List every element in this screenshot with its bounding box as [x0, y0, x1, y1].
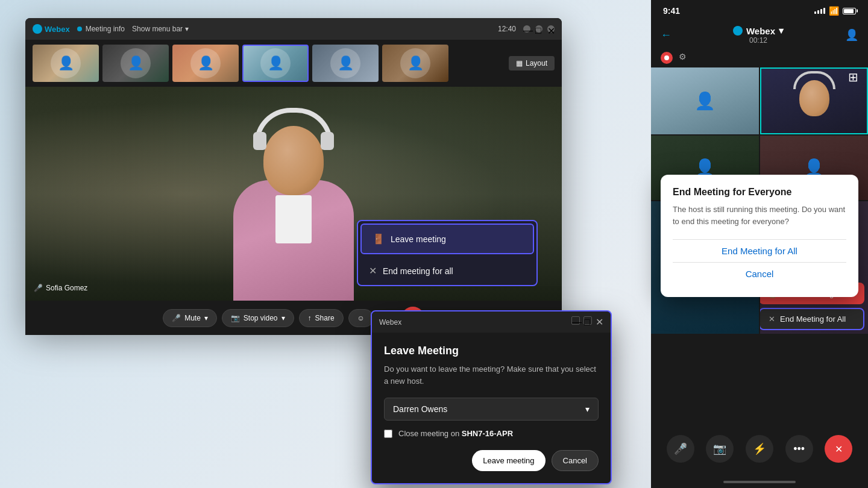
dialog-description: Do you want to leave the meeting? Make s… [384, 363, 599, 387]
mobile-cancel-button[interactable]: Cancel [673, 262, 846, 285]
window-controls: — □ ✕ [523, 25, 555, 33]
door-icon: 🚪 [373, 233, 385, 245]
back-button[interactable]: ← [661, 29, 671, 42]
mobile-top-icons: ⚙ [651, 48, 868, 67]
participant-thumb-3[interactable]: 👤 [172, 45, 239, 82]
minimize-button[interactable]: — [523, 25, 530, 33]
participant-strip: 👤 👤 👤 👤 👤 👤 ▦ Layout [25, 40, 562, 87]
participant-thumb-1[interactable]: 👤 [33, 45, 99, 82]
maximize-button[interactable]: □ [535, 25, 542, 33]
mobile-video-button[interactable]: 📷 [706, 435, 734, 463]
mic-icon: 🎤 [172, 314, 181, 322]
mobile-end-meeting-dialog: End Meeting for Everyone The host is sti… [661, 175, 858, 297]
participant-thumb-5[interactable]: 👤 [312, 45, 379, 82]
mobile-mute-button[interactable]: 🎤 [667, 435, 694, 463]
dropdown-arrow: ▾ [204, 314, 208, 322]
webex-dot-icon [733, 26, 743, 36]
dialog-maximize-btn[interactable]: □ [583, 316, 592, 325]
avatar-3: 👤 [190, 48, 221, 78]
x-end-icon: ✕ [769, 314, 775, 324]
dialog-title: Leave Meeting [384, 345, 599, 357]
meeting-dot [77, 27, 82, 31]
leave-dropdown: 🚪 Leave meeting ✕ End meeting for all [357, 220, 538, 286]
close-meeting-checkbox[interactable] [384, 430, 392, 438]
settings-icon[interactable]: ⚙ [679, 52, 691, 64]
home-indicator [723, 481, 796, 483]
speaker-name: 🎤 Sofia Gomez [34, 284, 87, 292]
dialog-close-btn[interactable]: ✕ [596, 316, 603, 328]
mobile-header: ← Webex ▾ 00:12 👤 [651, 22, 868, 48]
speaker-video [227, 108, 360, 301]
dialog-app-name: Webex [379, 318, 401, 327]
mobile-end-all-button[interactable]: End Meeting for All [673, 239, 846, 262]
grid-layout-button[interactable]: ⊞ [848, 70, 858, 84]
mic-icon: 🎤 [34, 284, 43, 292]
camera-icon: 📷 [713, 442, 726, 455]
dialog-minimize-btn[interactable]: — [571, 316, 580, 325]
mobile-end-all-button[interactable]: ✕ End Meeting for All [760, 308, 864, 330]
leave-dialog: Webex — □ ✕ Leave Meeting Do you want to… [371, 310, 612, 484]
mobile-bluetooth-button[interactable]: ⚡ [746, 435, 773, 463]
title-bar: Webex Meeting info Show menu bar ▾ 12:40… [25, 18, 562, 40]
end-meeting-all-option[interactable]: ✕ End meeting for all [358, 257, 536, 285]
mobile-end-description: The host is still running this meeting. … [673, 204, 846, 227]
bluetooth-icon: ⚡ [753, 442, 766, 455]
webex-icon [33, 24, 42, 34]
avatar-6: 👤 [400, 48, 430, 78]
avatar-1: 👤 [51, 48, 81, 78]
mobile-title: Webex ▾ 00:12 [733, 25, 784, 45]
layout-button[interactable]: ▦ Layout [509, 56, 555, 70]
participant-thumb-2[interactable]: 👤 [102, 45, 169, 82]
close-button[interactable]: ✕ [547, 25, 555, 33]
mobile-more-button[interactable]: ••• [785, 435, 813, 463]
leave-meeting-option[interactable]: 🚪 Leave meeting [360, 224, 534, 254]
show-menu-btn[interactable]: Show menu bar ▾ [132, 25, 189, 33]
call-duration: 00:12 [749, 36, 767, 45]
participant-thumb-4[interactable]: 👤 [242, 45, 309, 82]
mobile-end-call-button[interactable]: ✕ [825, 435, 852, 463]
wifi-icon: 📶 [829, 6, 839, 16]
dialog-body: Leave Meeting Do you want to leave the m… [372, 333, 611, 483]
dropdown-arrow: ▾ [281, 314, 285, 322]
mobile-video-cell-1: 👤 [651, 67, 759, 134]
battery-icon [843, 8, 856, 14]
desktop-app: Webex Meeting info Show menu bar ▾ 12:40… [25, 18, 562, 325]
profile-button[interactable]: 👤 [845, 28, 858, 42]
dialog-actions: Leave meeting Cancel [384, 450, 599, 471]
microphone-icon: 🎤 [674, 442, 687, 455]
reaction-button[interactable]: ☺ [348, 309, 374, 327]
meeting-info-btn[interactable]: Meeting info [77, 25, 125, 33]
mute-button[interactable]: 🎤 Mute ▾ [163, 309, 217, 327]
share-button[interactable]: ↑ Share [299, 309, 344, 327]
avatar-2: 👤 [121, 48, 151, 78]
avatar-mobile-1: 👤 [694, 91, 715, 111]
dialog-title-bar: Webex — □ ✕ [372, 311, 611, 333]
chevron-down-icon: ▾ [585, 404, 590, 414]
mobile-end-title: End Meeting for Everyone [673, 187, 846, 198]
mobile-status-bar: 9:41 📶 [651, 0, 868, 22]
record-button[interactable] [661, 52, 673, 64]
mobile-status-icons: 📶 [814, 6, 856, 16]
mobile-app: 9:41 📶 ← Webex ▾ 00:12 👤 [651, 0, 868, 488]
more-icon: ••• [793, 443, 805, 455]
leave-meeting-confirm-btn[interactable]: Leave meeting [472, 450, 545, 471]
webex-logo: Webex [33, 24, 70, 34]
meeting-code: SHN7-16-APR [462, 429, 513, 438]
mobile-time: 9:41 [663, 6, 680, 16]
chevron-down-icon[interactable]: ▾ [779, 25, 784, 36]
participant-thumb-6[interactable]: 👤 [382, 45, 448, 82]
cancel-btn[interactable]: Cancel [552, 450, 599, 471]
avatar-4: 👤 [260, 48, 291, 78]
chevron-down-icon: ▾ [185, 25, 189, 33]
video-icon: 📷 [231, 314, 240, 322]
signal-icon [814, 8, 825, 14]
share-icon: ↑ [308, 314, 312, 322]
end-call-icon: ✕ [835, 443, 843, 455]
mobile-controls-bar: 🎤 📷 ⚡ ••• ✕ [651, 428, 868, 470]
meeting-time: 12:40 [498, 25, 516, 33]
close-meeting-row: Close meeting on SHN7-16-APR [384, 429, 599, 438]
host-selector[interactable]: Darren Owens ▾ [384, 398, 599, 421]
stop-video-button[interactable]: 📷 Stop video ▾ [222, 309, 294, 327]
x-icon: ✕ [369, 265, 377, 277]
avatar-5: 👤 [330, 48, 360, 78]
